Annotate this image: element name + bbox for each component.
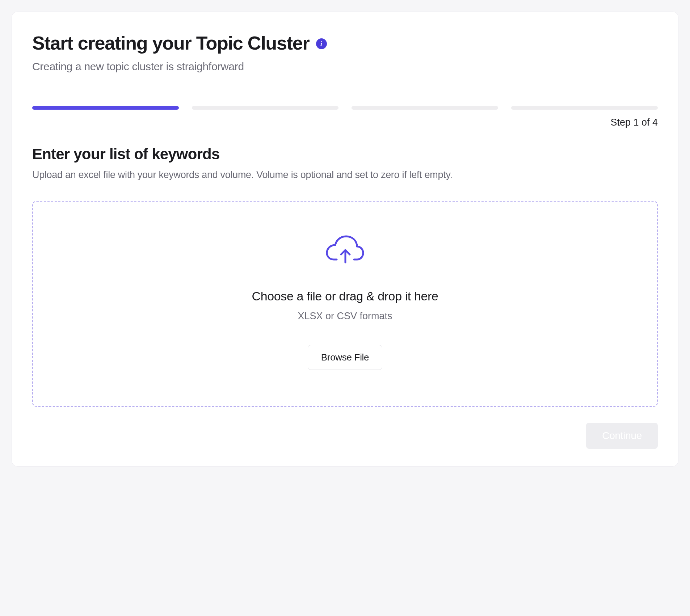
page-subtitle: Creating a new topic cluster is straighf… — [32, 60, 658, 73]
progress: Step 1 of 4 — [32, 106, 658, 128]
browse-file-button[interactable]: Browse File — [308, 345, 383, 370]
footer: Continue — [32, 423, 658, 449]
step-label-row: Step 1 of 4 — [32, 117, 658, 128]
progress-segment-1 — [32, 106, 179, 110]
dropzone-title: Choose a file or drag & drop it here — [252, 289, 438, 303]
cloud-upload-icon — [325, 234, 365, 265]
file-dropzone[interactable]: Choose a file or drag & drop it here XLS… — [32, 201, 658, 407]
info-icon[interactable]: i — [316, 38, 327, 49]
section-subtitle: Upload an excel file with your keywords … — [32, 169, 658, 181]
section-title: Enter your list of keywords — [32, 145, 658, 163]
continue-button[interactable]: Continue — [586, 423, 658, 449]
step-label: Step 1 of 4 — [610, 117, 658, 128]
progress-bars — [32, 106, 658, 110]
progress-segment-2 — [192, 106, 338, 110]
progress-segment-3 — [352, 106, 498, 110]
progress-segment-4 — [511, 106, 658, 110]
dropzone-formats: XLSX or CSV formats — [298, 311, 392, 322]
header: Start creating your Topic Cluster i — [32, 32, 658, 54]
wizard-card: Start creating your Topic Cluster i Crea… — [12, 12, 678, 467]
page-title: Start creating your Topic Cluster — [32, 32, 310, 54]
